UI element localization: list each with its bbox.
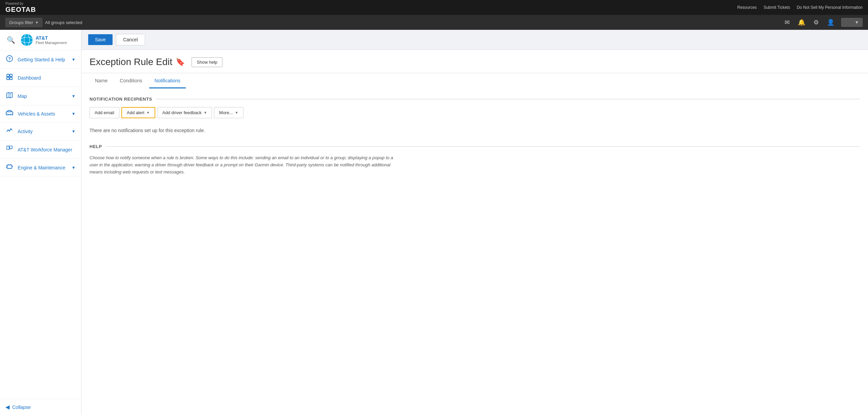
top-nav: Powered by GEOTAB Resources Submit Ticke…	[0, 0, 868, 15]
vehicle-icon	[5, 110, 14, 117]
add-alert-label: Add alert	[127, 110, 144, 115]
powered-by-text: Powered by	[5, 2, 36, 6]
submit-tickets-link[interactable]: Submit Tickets	[764, 5, 790, 10]
sidebar-item-map[interactable]: Map ▼	[0, 87, 81, 105]
svg-marker-10	[7, 92, 12, 98]
add-email-label: Add email	[95, 110, 114, 115]
collapse-left-icon: ◀	[5, 404, 9, 410]
privacy-link[interactable]: Do Not Sell My Personal Information	[797, 5, 863, 10]
sidebar-item-label-map: Map	[18, 94, 72, 99]
dashboard-icon	[5, 74, 14, 82]
main-layout: 🔍 AT&T Fleet Management	[0, 30, 868, 415]
help-title-text: HELP	[90, 144, 102, 149]
sidebar-search-button[interactable]: 🔍	[5, 35, 17, 45]
user-account-button[interactable]: ▼	[841, 18, 863, 27]
sidebar-item-label-activity: Activity	[18, 129, 72, 134]
puzzle-icon	[5, 145, 14, 154]
top-nav-right: Resources Submit Tickets Do Not Sell My …	[737, 5, 863, 10]
show-help-button[interactable]: Show help	[192, 57, 222, 67]
add-driver-feedback-label: Add driver feedback	[162, 110, 202, 115]
cancel-button[interactable]: Cancel	[116, 34, 145, 45]
sidebar-item-activity[interactable]: Activity ▼	[0, 122, 81, 141]
help-text: Choose how to notify someone when a rule…	[90, 154, 395, 175]
question-icon: ?	[5, 55, 14, 64]
tabs: Name Conditions Notifications	[81, 73, 868, 88]
gear-icon-button[interactable]: ⚙	[812, 17, 820, 27]
content-area: Save Cancel Exception Rule Edit 🔖 Show h…	[81, 30, 868, 415]
user-dropdown-icon: ▼	[855, 20, 859, 25]
groups-filter-arrow-icon: ▼	[35, 21, 39, 24]
groups-filter-section: Groups filter ▼ All groups selected	[5, 18, 82, 27]
all-groups-selected-text: All groups selected	[45, 20, 82, 25]
svg-rect-9	[10, 77, 12, 80]
help-section: HELP Choose how to notify someone when a…	[90, 144, 860, 175]
add-driver-feedback-dropdown-icon: ▼	[203, 111, 207, 115]
tab-conditions-label: Conditions	[120, 78, 142, 83]
user-name-text	[845, 20, 853, 25]
svg-rect-8	[7, 77, 9, 80]
engine-icon	[5, 164, 14, 171]
tab-name-label: Name	[95, 78, 107, 83]
more-dropdown-icon: ▼	[235, 111, 238, 115]
svg-rect-6	[7, 74, 9, 77]
no-notifications-message: There are no notifications set up for th…	[90, 125, 860, 141]
page-title: Exception Rule Edit 🔖	[90, 57, 185, 67]
sidebar-item-vehicles[interactable]: Vehicles & Assets ▼	[0, 105, 81, 122]
groups-filter-button[interactable]: Groups filter ▼	[5, 18, 42, 27]
svg-rect-16	[7, 165, 12, 168]
top-nav-left: Powered by GEOTAB	[5, 2, 36, 14]
svg-text:?: ?	[8, 56, 11, 61]
groups-bar: Groups filter ▼ All groups selected ✉ 🔔 …	[0, 15, 868, 30]
page-content: Exception Rule Edit 🔖 Show help Name Con…	[81, 50, 868, 415]
sidebar-item-label-workforce: AT&T Workforce Manager	[18, 147, 76, 152]
page-title-bar: Exception Rule Edit 🔖 Show help	[81, 50, 868, 73]
sidebar-item-arrow-getting-started: ▼	[72, 57, 76, 62]
mail-icon-button[interactable]: ✉	[783, 17, 791, 27]
add-alert-button[interactable]: Add alert ▼	[121, 107, 155, 118]
svg-rect-7	[10, 74, 12, 77]
sidebar-item-getting-started[interactable]: ? Getting Started & Help ▼	[0, 50, 81, 69]
sidebar-item-engine[interactable]: Engine & Maintenance ▼	[0, 159, 81, 177]
sidebar-nav: ? Getting Started & Help ▼ Dashboard	[0, 50, 81, 399]
notification-buttons: Add email Add alert ▼ Add driver feedbac…	[90, 107, 860, 118]
sidebar-item-label-getting-started: Getting Started & Help	[18, 57, 72, 62]
bookmark-icon: 🔖	[176, 58, 185, 66]
att-logo	[21, 34, 33, 46]
bell-icon-button[interactable]: 🔔	[796, 17, 807, 27]
user-icon-button[interactable]: 👤	[826, 17, 836, 27]
geotab-logo: Powered by GEOTAB	[5, 2, 36, 14]
add-alert-dropdown-icon: ▼	[146, 111, 150, 115]
activity-icon	[5, 127, 14, 136]
notification-recipients-title-text: NOTIFICATION RECIPIENTS	[90, 97, 152, 102]
map-icon	[5, 92, 14, 100]
groups-filter-label: Groups filter	[9, 20, 33, 25]
page-title-text: Exception Rule Edit	[90, 57, 172, 67]
sidebar-item-workforce[interactable]: AT&T Workforce Manager	[0, 141, 81, 159]
brand-subtitle: Fleet Management	[36, 41, 67, 45]
sidebar-item-label-dashboard: Dashboard	[18, 75, 76, 81]
resources-link[interactable]: Resources	[737, 5, 757, 10]
sidebar-collapse-button[interactable]: ◀ Collapse	[0, 399, 81, 415]
save-button[interactable]: Save	[88, 34, 113, 45]
svg-point-15	[11, 114, 13, 116]
sidebar-item-arrow-map: ▼	[72, 94, 76, 99]
sidebar-item-arrow-activity: ▼	[72, 129, 76, 134]
tab-name[interactable]: Name	[90, 73, 113, 88]
tab-conditions[interactable]: Conditions	[114, 73, 147, 88]
notification-recipients-section-title: NOTIFICATION RECIPIENTS	[90, 97, 860, 102]
collapse-label: Collapse	[12, 404, 31, 410]
sidebar: 🔍 AT&T Fleet Management	[0, 30, 81, 415]
groups-bar-icons: ✉ 🔔 ⚙ 👤 ▼	[783, 17, 863, 27]
svg-point-14	[7, 114, 8, 116]
sidebar-item-arrow-vehicles: ▼	[72, 111, 76, 116]
tab-content-notifications: NOTIFICATION RECIPIENTS Add email Add al…	[81, 88, 868, 184]
help-section-title: HELP	[90, 144, 860, 149]
sidebar-item-dashboard[interactable]: Dashboard	[0, 69, 81, 87]
brand-info: AT&T Fleet Management	[36, 35, 67, 45]
add-email-button[interactable]: Add email	[90, 107, 119, 118]
more-button[interactable]: More... ▼	[214, 107, 243, 118]
add-driver-feedback-button[interactable]: Add driver feedback ▼	[157, 107, 212, 118]
sidebar-item-label-engine: Engine & Maintenance	[18, 165, 72, 170]
sidebar-item-arrow-engine: ▼	[72, 165, 76, 170]
tab-notifications[interactable]: Notifications	[149, 73, 186, 88]
